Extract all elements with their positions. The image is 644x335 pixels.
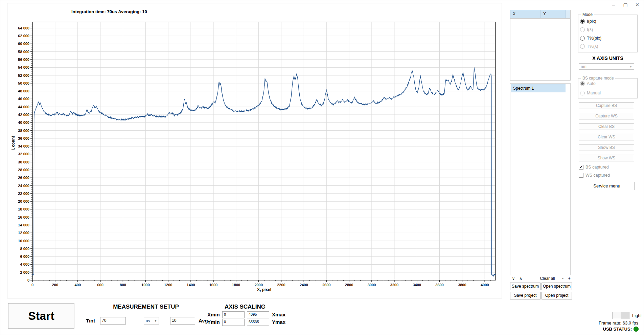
spectrum-chart: 0200400600800100012001400160018002000220… xyxy=(14,13,498,291)
tint-unit-value: us xyxy=(144,319,153,323)
mode-option-i-pix[interactable]: I(pix) xyxy=(580,19,596,24)
mode-option-i-lambda[interactable]: I(λ) xyxy=(580,27,593,32)
show-ws-button[interactable]: Show WS xyxy=(579,155,634,161)
svg-text:46 000: 46 000 xyxy=(18,97,29,101)
svg-text:44 000: 44 000 xyxy=(18,105,29,109)
bs-capture-option-auto[interactable]: Auto xyxy=(580,81,596,86)
svg-text:2400: 2400 xyxy=(300,283,308,287)
ymin-input[interactable]: 0 xyxy=(222,319,245,326)
svg-text:24 000: 24 000 xyxy=(18,184,29,188)
bs-capture-option-label: Manual xyxy=(587,91,601,95)
axis-scaling-heading: AXIS SCALING xyxy=(219,304,271,310)
svg-text:200: 200 xyxy=(52,283,58,287)
mode-option-label: T%(λ) xyxy=(587,44,598,49)
avg-input[interactable]: 10 xyxy=(170,317,195,325)
x-axis-units-heading: X AXIS UNITS xyxy=(578,55,638,61)
checkbox-icon xyxy=(579,173,583,178)
measurement-setup-heading: MEASUREMENT SETUP xyxy=(108,304,184,310)
service-menu-button[interactable]: Service menu xyxy=(579,182,635,190)
svg-text:1400: 1400 xyxy=(187,283,195,287)
column-header-x[interactable]: X xyxy=(510,10,541,18)
xmin-label: Xmin xyxy=(207,312,220,317)
svg-text:28 000: 28 000 xyxy=(18,168,29,172)
mode-option-label: I(λ) xyxy=(587,27,593,32)
svg-text:54 000: 54 000 xyxy=(18,65,29,69)
bs-captured-label: BS captured xyxy=(585,165,609,170)
close-button[interactable]: ✕ xyxy=(633,1,642,8)
svg-text:1000: 1000 xyxy=(141,283,150,287)
show-bs-button[interactable]: Show BS xyxy=(579,144,634,151)
mode-option-t-lambda[interactable]: T%(λ) xyxy=(580,44,598,49)
x-axis-units-value: nm xyxy=(579,64,628,69)
save-project-button[interactable]: Save project xyxy=(510,292,540,299)
svg-text:400: 400 xyxy=(75,283,81,287)
xmax-input[interactable]: 4095 xyxy=(247,311,269,318)
clear-all-button[interactable]: Clear all xyxy=(536,276,559,281)
remove-spectrum-button[interactable]: - xyxy=(558,276,567,281)
xmax-label: Xmax xyxy=(272,312,285,317)
bs-capture-groupbox-label: BS capture mode xyxy=(581,76,615,81)
start-button[interactable]: Start xyxy=(8,303,74,329)
svg-text:52 000: 52 000 xyxy=(18,73,29,77)
column-header-y[interactable]: Y xyxy=(541,10,566,18)
move-down-button[interactable]: v xyxy=(510,276,519,281)
light-toggle-thumb[interactable] xyxy=(612,312,621,319)
ymax-label: Ymax xyxy=(272,319,285,325)
svg-text:800: 800 xyxy=(120,283,126,287)
capture-bs-button[interactable]: Capture BS xyxy=(579,102,634,109)
spectrum-curve xyxy=(32,67,496,276)
svg-text:1600: 1600 xyxy=(209,283,217,287)
minimize-button[interactable]: – xyxy=(609,1,618,8)
clear-bs-button[interactable]: Clear BS xyxy=(579,123,634,130)
bs-captured-checkbox[interactable]: BS captured xyxy=(579,165,609,170)
svg-text:20 000: 20 000 xyxy=(18,199,29,203)
svg-text:3600: 3600 xyxy=(435,283,443,287)
svg-text:60 000: 60 000 xyxy=(18,42,29,46)
svg-text:4000: 4000 xyxy=(481,283,489,287)
ws-captured-checkbox[interactable]: WS captured xyxy=(579,173,610,178)
mode-option-t-pix[interactable]: T%(pix) xyxy=(580,36,601,41)
checkbox-icon xyxy=(579,165,583,170)
svg-text:22 000: 22 000 xyxy=(18,192,29,196)
mode-groupbox-label: Mode xyxy=(581,12,594,17)
svg-text:14 000: 14 000 xyxy=(18,223,29,227)
svg-text:26 000: 26 000 xyxy=(18,176,29,180)
capture-ws-button[interactable]: Capture WS xyxy=(579,113,634,119)
radio-icon xyxy=(580,44,585,49)
svg-text:1800: 1800 xyxy=(232,283,240,287)
svg-text:2 000: 2 000 xyxy=(20,270,29,274)
mode-option-label: T%(pix) xyxy=(587,36,601,41)
svg-text:3400: 3400 xyxy=(413,283,421,287)
bs-capture-option-manual[interactable]: Manual xyxy=(580,91,601,95)
svg-text:30 000: 30 000 xyxy=(18,160,29,164)
clear-ws-button[interactable]: Clear WS xyxy=(579,134,634,140)
save-spectrum-button[interactable]: Save spectrum xyxy=(510,283,540,290)
chevron-down-icon: ▼ xyxy=(628,65,634,68)
svg-text:2800: 2800 xyxy=(345,283,353,287)
spectrum-list-item[interactable]: Spectrum 1 xyxy=(511,84,566,92)
spectrum-list-toolbar: v ∧ Clear all - + xyxy=(510,275,572,282)
svg-text:50 000: 50 000 xyxy=(18,81,29,85)
radio-icon xyxy=(580,36,585,41)
svg-text:36 000: 36 000 xyxy=(18,136,29,140)
xmin-input[interactable]: 0 xyxy=(222,311,245,318)
svg-text:56 000: 56 000 xyxy=(18,58,29,62)
svg-text:34 000: 34 000 xyxy=(18,144,29,148)
light-toggle[interactable] xyxy=(612,312,629,319)
tint-input[interactable]: 70 xyxy=(100,317,126,325)
tint-unit-dropdown[interactable]: us ▼ xyxy=(144,317,159,325)
svg-text:2600: 2600 xyxy=(322,283,330,287)
svg-text:6 000: 6 000 xyxy=(20,254,29,259)
ymax-input[interactable]: 65535 xyxy=(247,319,269,326)
svg-text:0: 0 xyxy=(27,278,29,282)
spectrum-list: Spectrum 1 xyxy=(510,83,571,275)
column-header-filler xyxy=(566,10,570,18)
open-spectrum-button[interactable]: Open spectrum xyxy=(542,283,572,290)
svg-text:32 000: 32 000 xyxy=(18,152,29,156)
open-project-button[interactable]: Open project xyxy=(542,292,572,299)
x-axis-units-dropdown[interactable]: nm ▼ xyxy=(579,63,634,70)
maximize-button[interactable]: ▢ xyxy=(621,1,630,8)
move-up-button[interactable]: ∧ xyxy=(519,276,536,281)
ymin-label: Ymin xyxy=(207,319,220,325)
add-spectrum-button[interactable]: + xyxy=(567,276,572,281)
